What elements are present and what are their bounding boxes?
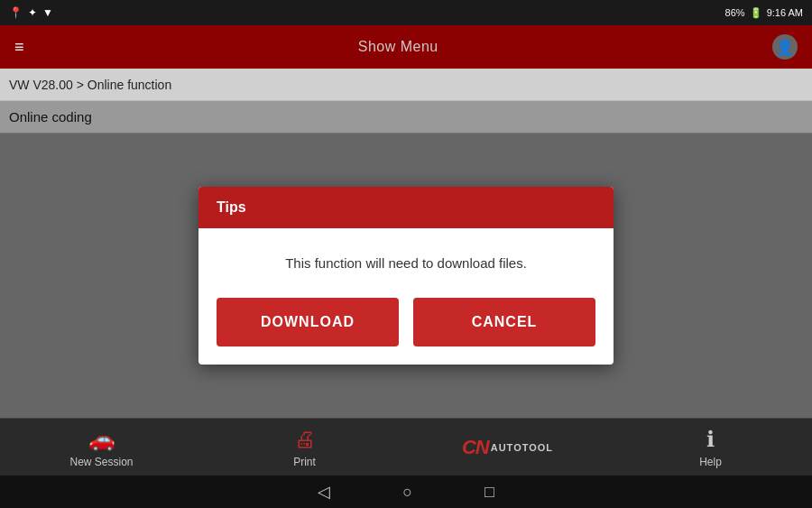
page-title: Online coding — [0, 101, 812, 134]
dialog-overlay: Tips This function will need to download… — [0, 134, 812, 418]
clock: 9:16 AM — [767, 7, 803, 18]
status-icon-bluetooth: ✦ — [28, 6, 37, 19]
user-icon[interactable]: 👤 — [772, 34, 798, 60]
new-session-icon: 🚗 — [88, 427, 115, 452]
brand-name: CN — [462, 436, 489, 459]
dialog-message: This function will need to download file… — [285, 255, 527, 271]
battery-percent: 86% — [725, 7, 745, 18]
home-button[interactable]: ○ — [402, 483, 412, 502]
status-bar-right: 86% 🔋 9:16 AM — [725, 7, 803, 19]
help-icon: ℹ — [706, 427, 715, 452]
header-title: Show Menu — [358, 39, 438, 55]
nav-item-help[interactable]: ℹ Help — [609, 427, 812, 468]
brand-logo: CN AUTOTOOL — [406, 436, 609, 459]
nav-item-new-session[interactable]: 🚗 New Session — [0, 427, 203, 468]
print-icon: 🖨 — [294, 427, 316, 452]
back-button[interactable]: ◁ — [318, 482, 330, 502]
status-icon-location: 📍 — [9, 6, 23, 19]
menu-icon[interactable]: ≡ — [14, 38, 24, 57]
cancel-button[interactable]: CANCEL — [413, 298, 595, 346]
breadcrumb: VW V28.00 > Online function — [0, 69, 812, 101]
status-icon-wifi: ▼ — [42, 6, 53, 19]
brand-subtitle: AUTOTOOL — [491, 442, 553, 453]
dialog-body: This function will need to download file… — [198, 228, 614, 298]
dialog: Tips This function will need to download… — [198, 187, 614, 365]
battery-icon: 🔋 — [750, 7, 762, 19]
system-nav-bar: ◁ ○ □ — [0, 476, 812, 508]
download-button[interactable]: DOWNLOAD — [217, 298, 399, 346]
dialog-title: Tips — [217, 199, 246, 215]
main-content: Online coding Tips This function will ne… — [0, 101, 812, 418]
nav-label-help: Help — [699, 456, 722, 468]
nav-label-print: Print — [293, 456, 316, 468]
bottom-nav: 🚗 New Session 🖨 Print CN AUTOTOOL ℹ Help — [0, 418, 812, 476]
dialog-buttons: DOWNLOAD CANCEL — [198, 298, 614, 365]
app-header: ≡ Show Menu 👤 — [0, 25, 812, 69]
status-bar: 📍 ✦ ▼ 86% 🔋 9:16 AM — [0, 0, 812, 25]
status-bar-left: 📍 ✦ ▼ — [9, 6, 53, 19]
recents-button[interactable]: □ — [484, 483, 494, 502]
content-area: Tips This function will need to download… — [0, 134, 812, 418]
dialog-header: Tips — [198, 187, 614, 228]
nav-item-print[interactable]: 🖨 Print — [203, 427, 406, 468]
nav-label-new-session: New Session — [69, 456, 133, 468]
